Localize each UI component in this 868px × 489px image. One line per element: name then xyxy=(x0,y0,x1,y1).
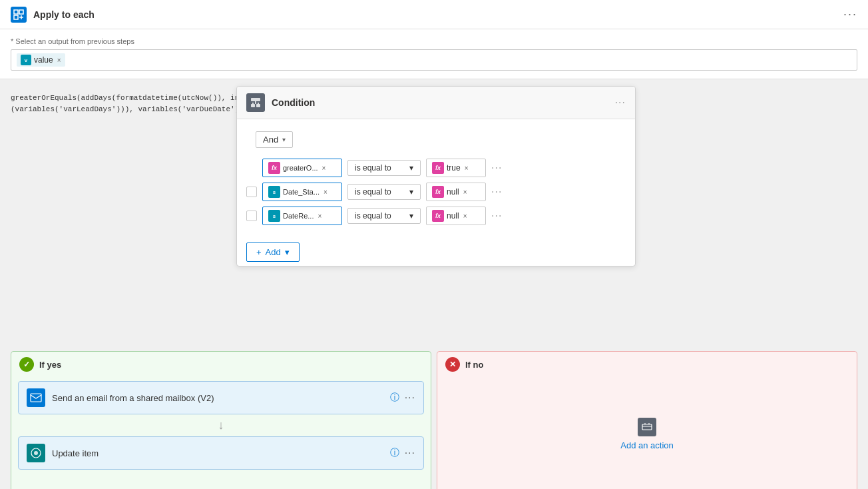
fx-icon-val-2: fx xyxy=(432,186,444,198)
formula-text: greaterOrEquals(addDays(formatdatetime(u… xyxy=(11,93,248,115)
value-text-1: true xyxy=(447,163,461,173)
svg-rect-5 xyxy=(256,104,260,107)
fx-icon-1: fx xyxy=(268,162,280,174)
operator-arrow-2: ▾ xyxy=(409,187,413,197)
apply-each-header: Apply to each ··· xyxy=(0,0,868,29)
condition-row-2: s Date_Sta... × is equal to ▾ fx null × … xyxy=(246,183,626,201)
field-close-2[interactable]: × xyxy=(324,189,327,196)
if-no-section: ✕ If no Add an action xyxy=(437,351,857,489)
value-tag: v value × xyxy=(17,53,65,67)
operator-arrow-3: ▾ xyxy=(409,211,413,221)
select-output-label: * Select an output from previous steps xyxy=(11,37,857,45)
and-label: And xyxy=(263,135,278,145)
condition-operator-1[interactable]: is equal to ▾ xyxy=(347,160,421,176)
if-yes-label: If yes xyxy=(39,360,61,370)
condition-row-3: s DateRe... × is equal to ▾ fx null × ··… xyxy=(246,207,626,225)
send-email-card-right: ⓘ ··· xyxy=(390,392,415,404)
add-action-icon xyxy=(638,418,656,436)
condition-more-button[interactable]: ··· xyxy=(615,97,626,109)
arrow-connector: ↓ xyxy=(11,418,431,432)
field-text-2: Date_Sta... xyxy=(283,188,320,196)
value-tag-text: value xyxy=(34,55,53,65)
condition-checkbox-3[interactable] xyxy=(246,211,257,221)
if-no-label: If no xyxy=(465,360,483,370)
add-button-row: + Add ▾ xyxy=(237,239,635,266)
condition-title-row: Condition xyxy=(246,93,315,112)
update-item-card-right: ⓘ ··· xyxy=(390,447,415,459)
operator-text-2: is equal to xyxy=(355,187,391,197)
and-dropdown[interactable]: And ▾ xyxy=(256,131,293,148)
condition-operator-2[interactable]: is equal to ▾ xyxy=(347,184,421,200)
add-action-label: Add an action xyxy=(620,440,674,450)
select-output-section: * Select an output from previous steps v… xyxy=(0,29,868,79)
operator-text-3: is equal to xyxy=(355,211,391,221)
update-item-card-left: Update item xyxy=(27,444,99,462)
no-x-icon: ✕ xyxy=(445,357,460,372)
outlook-icon xyxy=(27,388,45,407)
add-condition-button[interactable]: + Add ▾ xyxy=(246,243,300,262)
svg-rect-1 xyxy=(19,10,23,14)
header-more-button[interactable]: ··· xyxy=(843,7,857,21)
value-close-2[interactable]: × xyxy=(463,189,467,196)
value-text-2: null xyxy=(447,187,459,197)
condition-field-1[interactable]: fx greaterO... × xyxy=(262,159,342,177)
value-close-3[interactable]: × xyxy=(463,213,467,220)
svg-rect-4 xyxy=(251,104,255,107)
sp-icon-3: s xyxy=(268,210,280,222)
svg-rect-2 xyxy=(14,15,18,19)
condition-title-text: Condition xyxy=(272,97,315,108)
if-yes-header: ✓ If yes xyxy=(11,352,431,377)
value-tag-close[interactable]: × xyxy=(57,57,61,64)
sp-icon-2: s xyxy=(268,186,280,198)
add-label: Add xyxy=(266,247,281,257)
value-text-3: null xyxy=(447,211,459,221)
field-close-1[interactable]: × xyxy=(322,165,326,172)
svg-rect-0 xyxy=(14,10,18,14)
if-yes-section: ✓ If yes Send an email from a shared mai… xyxy=(11,351,431,489)
row-2-more[interactable]: ··· xyxy=(491,186,502,198)
apply-each-title-text: Apply to each xyxy=(33,9,95,20)
field-text-1: greaterO... xyxy=(283,164,318,172)
update-item-more-button[interactable]: ··· xyxy=(405,447,415,459)
fx-icon-val-3: fx xyxy=(432,210,444,222)
svg-rect-9 xyxy=(642,424,652,430)
fx-icon-val-1: fx xyxy=(432,162,444,174)
update-item-info-icon[interactable]: ⓘ xyxy=(390,447,399,459)
condition-card: Condition ··· And ▾ fx greaterO... xyxy=(236,86,636,266)
condition-header: Condition ··· xyxy=(237,87,635,119)
svg-rect-3 xyxy=(251,98,260,101)
value-tag-icon: v xyxy=(21,55,31,65)
main-container: Apply to each ··· * Select an output fro… xyxy=(0,0,868,489)
condition-value-1[interactable]: fx true × xyxy=(426,159,486,177)
send-email-info-icon[interactable]: ⓘ xyxy=(390,392,399,404)
sharepoint-icon xyxy=(27,444,45,462)
update-item-title: Update item xyxy=(52,448,99,458)
svg-rect-6 xyxy=(31,394,41,402)
condition-icon xyxy=(246,93,265,112)
value-close-1[interactable]: × xyxy=(465,165,469,172)
condition-field-3[interactable]: s DateRe... × xyxy=(262,207,342,225)
condition-value-2[interactable]: fx null × xyxy=(426,183,486,201)
condition-operator-3[interactable]: is equal to ▾ xyxy=(347,208,421,224)
send-email-title: Send an email from a shared mailbox (V2) xyxy=(52,393,214,403)
field-close-3[interactable]: × xyxy=(318,213,322,220)
operator-arrow-1: ▾ xyxy=(409,163,413,173)
add-action-center[interactable]: Add an action xyxy=(437,377,857,489)
send-email-action-card[interactable]: Send an email from a shared mailbox (V2)… xyxy=(18,381,424,414)
condition-field-2[interactable]: s Date_Sta... × xyxy=(262,183,342,201)
send-email-more-button[interactable]: ··· xyxy=(405,392,415,404)
add-icon: + xyxy=(256,247,262,257)
operator-text-1: is equal to xyxy=(355,163,391,173)
svg-point-8 xyxy=(34,451,38,455)
select-output-box[interactable]: v value × xyxy=(11,49,857,71)
apply-each-title: Apply to each xyxy=(11,7,95,23)
add-arrow: ▾ xyxy=(285,247,290,257)
condition-value-3[interactable]: fx null × xyxy=(426,207,486,225)
yes-check-icon: ✓ xyxy=(19,357,34,372)
condition-row: fx greaterO... × is equal to ▾ fx true ×… xyxy=(246,159,626,177)
update-item-action-card[interactable]: Update item ⓘ ··· xyxy=(18,436,424,470)
row-1-more[interactable]: ··· xyxy=(491,162,502,174)
dropdown-arrow-icon: ▾ xyxy=(282,136,286,143)
condition-checkbox-2[interactable] xyxy=(246,187,257,197)
row-3-more[interactable]: ··· xyxy=(491,210,502,222)
